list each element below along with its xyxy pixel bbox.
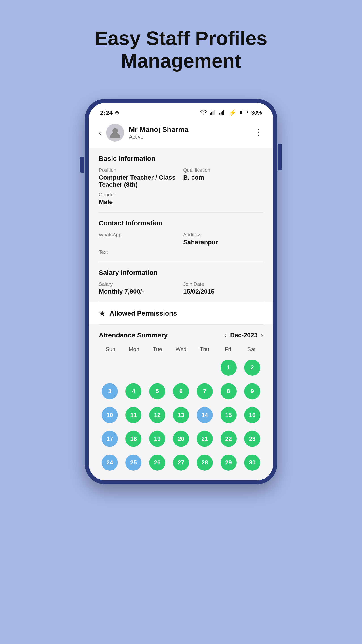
cal-day-8: 8	[217, 380, 239, 402]
signal-icon	[210, 110, 216, 116]
cal-day-15: 15	[217, 404, 239, 426]
day-sat: Sat	[240, 344, 263, 354]
address-value: Saharanpur	[183, 238, 263, 246]
contact-info-title: Contact Information	[99, 219, 263, 227]
day-sun: Sun	[99, 344, 122, 354]
svg-rect-7	[223, 110, 224, 115]
next-month-button[interactable]: ›	[261, 332, 263, 339]
prev-month-button[interactable]: ‹	[224, 332, 226, 339]
day-tue: Tue	[146, 344, 169, 354]
svg-rect-5	[221, 112, 221, 115]
cal-empty-3	[146, 356, 168, 378]
star-icon: ★	[99, 309, 105, 318]
cal-day-12: 12	[146, 404, 168, 426]
cal-empty-1	[99, 356, 121, 378]
cal-day-28: 28	[194, 452, 216, 474]
contact-info-grid: WhatsApp Address Saharanpur Text	[99, 232, 263, 255]
day-fri: Fri	[216, 344, 240, 354]
cal-day-3: 3	[99, 380, 121, 402]
join-date-value: 15/02/2015	[183, 288, 263, 295]
qualification-label: Qualification	[183, 167, 263, 173]
salary-info-grid: Salary Monthly 7,900/- Join Date 15/02/2…	[99, 281, 263, 295]
address-item: Address Saharanpur	[183, 232, 263, 246]
cal-day-10: 10	[99, 404, 121, 426]
cal-day-22: 22	[217, 428, 239, 450]
svg-rect-10	[240, 111, 242, 114]
cal-day-29: 29	[217, 452, 239, 474]
cal-day-2: 2	[241, 356, 263, 378]
calendar-day-names: Sun Mon Tue Wed Thu Fri Sat	[99, 344, 263, 354]
gender-value: Male	[99, 198, 263, 206]
svg-rect-3	[214, 110, 215, 115]
attendance-section: Attendance Summery ‹ Dec-2023 › Sun Mon …	[89, 325, 273, 480]
whatsapp-label: WhatsApp	[99, 232, 179, 238]
cal-day-27: 27	[170, 452, 192, 474]
cal-day-5: 5	[146, 380, 168, 402]
basic-info-grid: Position Computer Teacher / Class Teache…	[99, 167, 263, 206]
cal-day-14: 14	[194, 404, 216, 426]
permissions-section[interactable]: ★ Allowed Permissions	[89, 302, 273, 324]
position-item: Position Computer Teacher / Class Teache…	[99, 167, 179, 188]
salary-info-section: Salary Information Salary Monthly 7,900/…	[89, 262, 273, 302]
gender-label: Gender	[99, 192, 263, 198]
status-time: 2:24 ⊕	[100, 109, 119, 116]
text-item: Text	[99, 249, 263, 255]
day-wed: Wed	[169, 344, 193, 354]
battery-icon	[240, 110, 248, 116]
calendar-grid: 1 2 3 4 5 6 7 8 9 10 11 12 13	[99, 356, 263, 474]
basic-info-section: Basic Information Position Computer Teac…	[89, 148, 273, 212]
cal-day-26: 26	[146, 452, 168, 474]
attendance-calendar: Sun Mon Tue Wed Thu Fri Sat	[99, 344, 263, 474]
cal-day-7: 7	[194, 380, 216, 402]
contact-info-section: Contact Information WhatsApp Address Sah…	[89, 213, 273, 262]
cal-day-23: 23	[241, 428, 263, 450]
qualification-item: Qualification B. com	[183, 167, 263, 188]
month-label: Dec-2023	[230, 332, 258, 339]
text-label: Text	[99, 249, 263, 255]
page-heading: Easy Staff Profiles Management	[95, 27, 268, 72]
cal-empty-5	[194, 356, 216, 378]
salary-item: Salary Monthly 7,900/-	[99, 281, 179, 295]
svg-rect-4	[219, 113, 220, 115]
phone-mockup: 2:24 ⊕	[85, 99, 277, 484]
app-header: ‹ Mr Manoj Sharma Active ⋮	[89, 119, 273, 148]
position-value: Computer Teacher / Class Teacher (8th)	[99, 174, 179, 188]
cal-day-13: 13	[170, 404, 192, 426]
cal-day-21: 21	[194, 428, 216, 450]
header-info: Mr Manoj Sharma Active	[129, 126, 189, 140]
join-date-label: Join Date	[183, 281, 263, 287]
cal-day-11: 11	[122, 404, 144, 426]
basic-info-title: Basic Information	[99, 155, 263, 162]
cal-day-19: 19	[146, 428, 168, 450]
salary-value: Monthly 7,900/-	[99, 288, 179, 295]
cal-day-30: 30	[241, 452, 263, 474]
cal-day-4: 4	[122, 380, 144, 402]
month-nav: ‹ Dec-2023 ›	[224, 332, 263, 339]
whatsapp-item: WhatsApp	[99, 232, 179, 246]
cal-day-6: 6	[170, 380, 192, 402]
cal-day-20: 20	[170, 428, 192, 450]
svg-rect-1	[211, 112, 212, 115]
cal-day-18: 18	[122, 428, 144, 450]
address-label: Address	[183, 232, 263, 238]
day-thu: Thu	[193, 344, 216, 354]
gender-item: Gender Male	[99, 192, 263, 206]
cal-day-1: 1	[217, 356, 239, 378]
staff-name: Mr Manoj Sharma	[129, 126, 189, 134]
more-options-button[interactable]: ⋮	[254, 128, 263, 138]
qualification-value: B. com	[183, 174, 263, 181]
svg-rect-9	[247, 111, 248, 113]
position-label: Position	[99, 167, 179, 173]
day-mon: Mon	[122, 344, 146, 354]
svg-rect-0	[210, 113, 211, 115]
lightning-icon: ⚡	[229, 109, 236, 116]
location-icon: ⊕	[115, 110, 119, 116]
attendance-header: Attendance Summery ‹ Dec-2023 ›	[99, 332, 263, 339]
svg-rect-2	[213, 111, 213, 115]
avatar	[106, 124, 124, 142]
back-button[interactable]: ‹	[99, 128, 101, 137]
attendance-title: Attendance Summery	[99, 332, 168, 339]
content-area: Basic Information Position Computer Teac…	[89, 148, 273, 480]
cal-day-17: 17	[99, 428, 121, 450]
status-icons: ⚡ 30%	[200, 109, 262, 116]
